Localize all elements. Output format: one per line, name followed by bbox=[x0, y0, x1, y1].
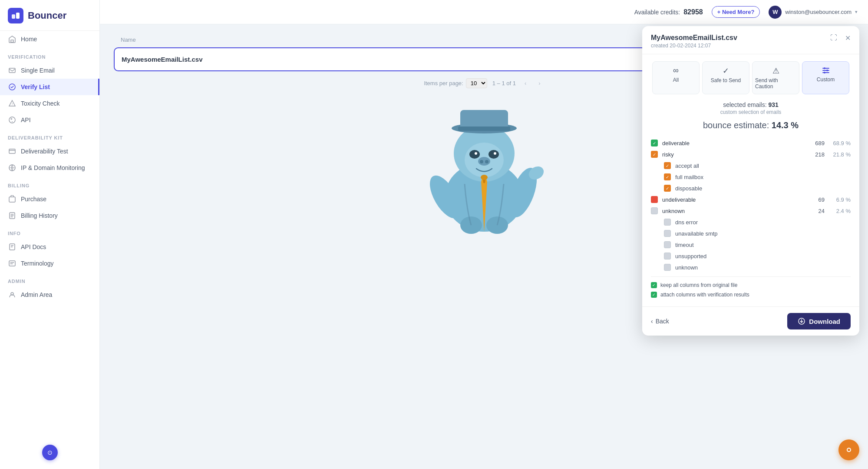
bounce-estimate: bounce estimate: 14.3 % bbox=[651, 120, 851, 130]
unavailable-smtp-checkbox[interactable] bbox=[664, 230, 671, 237]
sidebar-item-deliverability-test[interactable]: Deliverability Test bbox=[0, 143, 99, 160]
modal-header-actions: ⛶ ✕ bbox=[828, 32, 852, 44]
purchase-icon bbox=[8, 195, 17, 203]
unknown-checkbox[interactable] bbox=[651, 207, 658, 214]
credits-value: 82958 bbox=[683, 8, 703, 16]
toxicity-icon: ! bbox=[8, 99, 17, 108]
filter-tab-caution[interactable]: ⚠ Send with Caution bbox=[752, 61, 799, 94]
unknown-sub-checkbox[interactable] bbox=[664, 264, 671, 271]
risky-percent: 21.8 % bbox=[829, 151, 851, 158]
unknown-label: unknown bbox=[662, 208, 803, 214]
email-icon bbox=[8, 66, 17, 75]
unsupported-checkbox[interactable] bbox=[664, 253, 671, 259]
svg-point-31 bbox=[481, 175, 488, 180]
accept-all-label: accept all bbox=[675, 163, 851, 169]
selected-label: selected emails: bbox=[723, 101, 766, 108]
svg-point-26 bbox=[480, 160, 483, 163]
disposable-label: disposable bbox=[675, 185, 851, 192]
undeliverable-label: undeliverable bbox=[662, 196, 803, 203]
risky-count: 218 bbox=[807, 151, 825, 158]
section-verification: VERIFICATION bbox=[0, 47, 99, 62]
disposable-checkbox[interactable]: ✓ bbox=[664, 185, 671, 192]
credits-label: Available credits: bbox=[634, 9, 680, 16]
full-mailbox-checkbox[interactable]: ✓ bbox=[664, 173, 671, 180]
risky-row: ✓ risky 218 21.8 % bbox=[651, 149, 851, 160]
prev-page-button[interactable]: ‹ bbox=[521, 78, 530, 88]
sidebar-item-toxicity-check[interactable]: ! Toxicity Check bbox=[0, 95, 99, 112]
sidebar-item-home[interactable]: Home bbox=[0, 31, 99, 47]
full-mailbox-row: ✓ full mailbox bbox=[651, 171, 851, 183]
risky-checkbox[interactable]: ✓ bbox=[651, 151, 658, 158]
svg-point-21 bbox=[469, 150, 480, 159]
svg-point-36 bbox=[824, 72, 825, 73]
close-button[interactable]: ✕ bbox=[843, 32, 852, 44]
filter-tab-all[interactable]: ∞ All bbox=[652, 61, 700, 94]
svg-point-24 bbox=[494, 152, 496, 155]
unsupported-row: unsupported bbox=[651, 250, 851, 262]
dns-error-row: dns error bbox=[651, 216, 851, 228]
unknown-sub-label: unknown bbox=[675, 264, 851, 271]
dns-error-label: dns error bbox=[675, 219, 851, 226]
home-icon bbox=[8, 35, 17, 43]
accept-all-row: ✓ accept all bbox=[651, 160, 851, 171]
undeliverable-percent: 6.9 % bbox=[829, 196, 851, 203]
selected-emails: selected emails: 931 bbox=[651, 101, 851, 108]
svg-point-27 bbox=[485, 160, 488, 163]
filter-custom-label: Custom bbox=[817, 77, 835, 83]
admin-icon bbox=[8, 290, 17, 299]
sidebar-item-single-email[interactable]: Single Email bbox=[0, 62, 99, 79]
sidebar-item-api-docs[interactable]: API Docs bbox=[0, 239, 99, 255]
sidebar-item-admin-area[interactable]: Admin Area bbox=[0, 286, 99, 303]
attach-columns-row: ✓ attach columns with verification resul… bbox=[651, 290, 851, 299]
credits-section: Available credits: 82958 bbox=[634, 8, 703, 16]
need-more-button[interactable]: + Need More? bbox=[712, 6, 760, 18]
accept-all-checkbox[interactable]: ✓ bbox=[664, 162, 671, 169]
gorilla-illustration bbox=[402, 97, 567, 236]
per-page-dropdown[interactable]: 10 25 50 bbox=[466, 78, 487, 88]
filter-tab-safe[interactable]: ✓ Safe to Send bbox=[702, 61, 749, 94]
dns-error-checkbox[interactable] bbox=[664, 219, 671, 226]
timeout-row: timeout bbox=[651, 239, 851, 250]
back-label: Back bbox=[656, 318, 669, 325]
logo-icon bbox=[8, 8, 23, 23]
sidebar-item-api-label: API bbox=[21, 116, 31, 123]
chat-fab-button[interactable] bbox=[838, 439, 859, 460]
keep-columns-checkbox[interactable]: ✓ bbox=[651, 282, 657, 288]
sidebar-item-ip-domain[interactable]: IP & Domain Monitoring bbox=[0, 160, 99, 176]
sidebar-item-billing-history[interactable]: Billing History bbox=[0, 207, 99, 224]
list-icon bbox=[8, 83, 17, 91]
deliverable-row: ✓ deliverable 689 68.9 % bbox=[651, 137, 851, 149]
caution-icon: ⚠ bbox=[772, 66, 779, 76]
timeout-checkbox[interactable] bbox=[664, 241, 671, 248]
per-page-select: Items per page: 10 25 50 bbox=[424, 78, 487, 88]
sidebar-item-billing-history-label: Billing History bbox=[21, 212, 58, 219]
fullscreen-button[interactable]: ⛶ bbox=[828, 32, 839, 44]
user-section[interactable]: W winston@usebouncer.com ▾ bbox=[769, 6, 858, 19]
sidebar-item-terminology[interactable]: Terminology bbox=[0, 255, 99, 272]
svg-rect-8 bbox=[9, 149, 15, 153]
filter-tab-custom[interactable]: Custom bbox=[802, 61, 849, 94]
sidebar-item-purchase-label: Purchase bbox=[21, 196, 46, 203]
modal-header: MyAwesomeEmailList.csv created 20-02-202… bbox=[642, 26, 859, 54]
deliverable-checkbox[interactable]: ✓ bbox=[651, 140, 658, 146]
filter-safe-label: Safe to Send bbox=[711, 77, 741, 83]
back-button[interactable]: ‹ Back bbox=[651, 318, 669, 325]
download-button[interactable]: Download bbox=[787, 313, 851, 329]
svg-rect-1 bbox=[16, 13, 20, 19]
sidebar-item-api[interactable]: API bbox=[0, 112, 99, 128]
unavailable-smtp-label: unavailable smtp bbox=[675, 230, 851, 237]
support-button[interactable]: ⊙ bbox=[42, 445, 58, 460]
modal-subtitle: created 20-02-2024 12:07 bbox=[651, 43, 851, 49]
sidebar-item-ip-domain-label: IP & Domain Monitoring bbox=[21, 164, 85, 171]
bounce-value: 14.3 % bbox=[772, 120, 799, 130]
svg-text:!: ! bbox=[12, 102, 13, 106]
need-more-label: + Need More? bbox=[717, 9, 755, 15]
sidebar-item-api-docs-label: API Docs bbox=[21, 243, 46, 250]
undeliverable-checkbox[interactable] bbox=[651, 196, 658, 203]
timeout-label: timeout bbox=[675, 242, 851, 248]
next-page-button[interactable]: › bbox=[535, 78, 544, 88]
sidebar-item-purchase[interactable]: Purchase bbox=[0, 191, 99, 207]
sidebar-item-verify-list[interactable]: Verify List bbox=[0, 79, 99, 95]
page-range: 1 – 1 of 1 bbox=[492, 80, 516, 86]
attach-columns-checkbox[interactable]: ✓ bbox=[651, 292, 657, 298]
